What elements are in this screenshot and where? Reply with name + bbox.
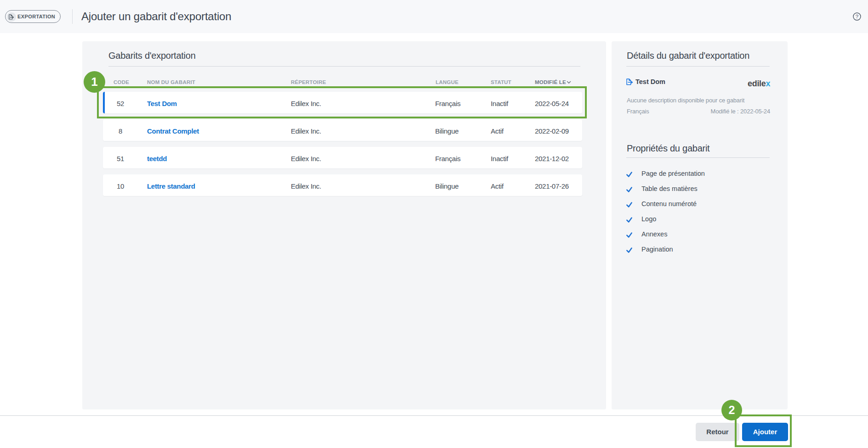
svg-text:?: ? [856,14,858,19]
